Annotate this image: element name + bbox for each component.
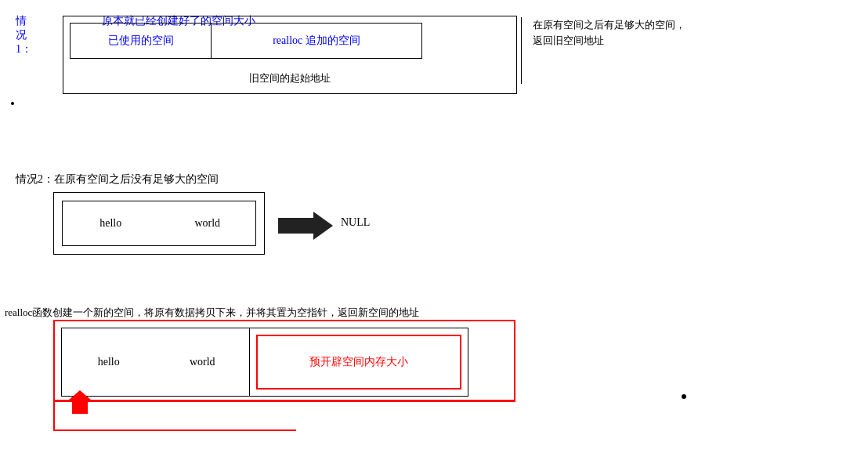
red-left-line	[53, 400, 55, 431]
old-addr-label: 旧空间的起始地址	[63, 71, 516, 85]
section3-left-content: hello world	[62, 328, 250, 396]
red-bottom-horiz	[53, 429, 296, 431]
section2-hello: hello	[63, 217, 159, 230]
used-space-label: 已使用的空间	[71, 24, 212, 58]
section2-inner-box: hello world	[62, 201, 256, 246]
dot-right	[682, 394, 686, 399]
realloc-space-label: realloc 追加的空间	[212, 24, 421, 58]
red-bottom-line	[53, 400, 515, 401]
section1-inner-box: 已使用的空间 realloc 追加的空间	[70, 23, 422, 59]
svg-marker-1	[69, 390, 91, 414]
section1-outer-box: 已使用的空间 realloc 追加的空间 旧空间的起始地址	[63, 16, 517, 94]
section2-label: 情况2：在原有空间之后没有足够大的空间	[16, 172, 219, 187]
section2-outer-box: hello world	[53, 192, 265, 255]
dot-left	[11, 102, 14, 105]
section1-label: 情况 1：	[16, 14, 32, 56]
section2-text: 情况2：在原有空间之后没有足够大的空间	[16, 173, 219, 185]
section3-black-inner-box: hello world 预开辟空间内存大小	[61, 328, 468, 397]
page: 情况 1： 原本就已经创建好了的空间大小 已使用的空间 realloc 追加的空…	[0, 0, 868, 453]
section3-label: realloc函数创建一个新的空间，将原有数据拷贝下来，并将其置为空指针，返回新…	[5, 306, 419, 320]
null-label: NULL	[341, 216, 370, 229]
section3-reserved-label: 预开辟空间内存大小	[256, 335, 461, 390]
arrow-right-icon	[278, 212, 333, 240]
section1-annotation: 在原有空间之后有足够大的空间，返回旧空间地址	[533, 17, 689, 48]
svg-marker-0	[278, 212, 333, 240]
section3-world: world	[156, 356, 250, 368]
section3-hello: hello	[62, 356, 156, 368]
red-arrow-up-icon	[69, 390, 91, 417]
section2-world: world	[159, 217, 256, 230]
section1-vline	[521, 17, 522, 84]
